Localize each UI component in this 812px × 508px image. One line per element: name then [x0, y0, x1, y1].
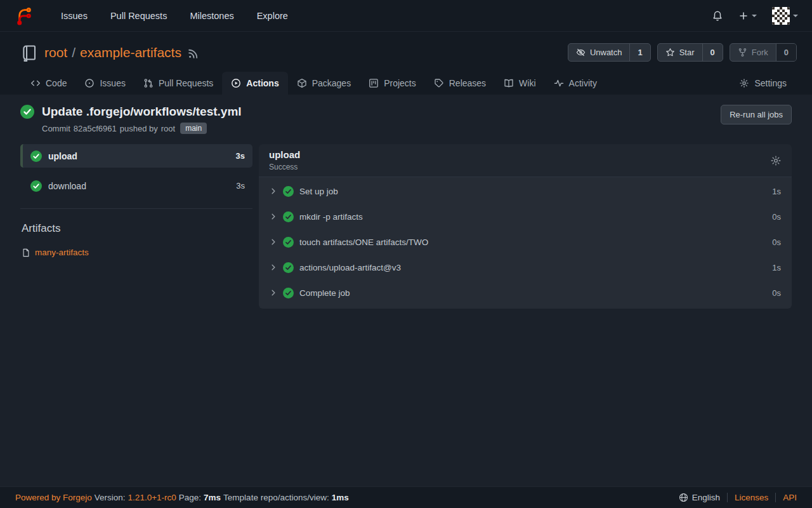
fork-label: Fork	[752, 48, 768, 57]
tab-packages-label: Packages	[312, 78, 351, 88]
stars-count[interactable]: 0	[702, 44, 723, 61]
rerun-all-jobs-button[interactable]: Re-run all jobs	[721, 105, 792, 124]
step-row-mkdir[interactable]: mkdir -p artifacts 0s	[259, 204, 792, 229]
watch-button-group: Unwatch 1	[568, 43, 651, 62]
book-icon	[504, 78, 514, 88]
tab-pull-requests[interactable]: Pull Requests	[134, 72, 222, 95]
star-button[interactable]: Star	[658, 44, 702, 61]
artifact-link-many-artifacts[interactable]: many-artifacts	[22, 248, 252, 257]
commit-prefix: Commit	[42, 124, 70, 133]
commit-sha-link[interactable]: 82a5cf6961	[74, 124, 117, 133]
step-duration: 0s	[772, 237, 781, 247]
step-duration: 1s	[772, 263, 781, 272]
gear-icon	[770, 155, 782, 166]
step-label: actions/upload-artifact@v3	[299, 263, 401, 272]
tab-wiki[interactable]: Wiki	[495, 72, 544, 95]
step-label: mkdir -p artifacts	[299, 212, 363, 222]
rss-feed-button[interactable]	[188, 48, 199, 59]
tab-issues[interactable]: Issues	[75, 72, 134, 95]
identicon	[772, 7, 790, 25]
repo-title-row: root / example-artifacts Unwatch	[20, 43, 797, 62]
run-commit-line: Commit 82a5cf6961 pushed by root main	[42, 123, 242, 134]
star-button-group: Star 0	[657, 43, 723, 62]
forgejo-logo[interactable]	[14, 6, 33, 25]
footer-right: English Licenses API	[679, 493, 797, 502]
check-circle-icon	[283, 262, 294, 273]
fork-button[interactable]: Fork	[730, 44, 776, 61]
version-link[interactable]: 1.21.0+1-rc0	[128, 493, 176, 502]
tab-pull-requests-label: Pull Requests	[159, 78, 213, 88]
tab-actions[interactable]: Actions	[222, 72, 287, 95]
step-row-upload-artifact[interactable]: actions/upload-artifact@v3 1s	[259, 255, 792, 280]
chevron-down-icon	[793, 15, 798, 20]
check-circle-icon	[283, 211, 294, 222]
job-detail-name: upload	[269, 149, 300, 160]
plus-icon	[738, 11, 749, 21]
job-row-upload[interactable]: upload 3s	[20, 144, 252, 168]
step-duration: 1s	[772, 187, 781, 196]
footer-divider	[727, 493, 728, 502]
user-menu-button[interactable]	[772, 7, 798, 25]
settings-icon	[739, 78, 749, 88]
language-selector[interactable]: English	[679, 493, 720, 502]
artifacts-heading: Artifacts	[22, 222, 252, 235]
tag-icon	[434, 78, 444, 88]
chevron-right-icon	[270, 213, 277, 220]
job-duration: 3s	[236, 181, 245, 190]
step-row-complete[interactable]: Complete job 0s	[259, 280, 792, 305]
run-title-block: Update .forgejo/workflows/test.yml Commi…	[20, 105, 242, 134]
tab-packages[interactable]: Packages	[288, 72, 360, 95]
job-options-button[interactable]	[770, 155, 782, 166]
nav-link-issues[interactable]: Issues	[61, 11, 88, 21]
step-row-touch[interactable]: touch artifacts/ONE artifacts/TWO 0s	[259, 229, 792, 255]
run-header: Update .forgejo/workflows/test.yml Commi…	[20, 105, 792, 134]
nav-link-explore[interactable]: Explore	[257, 11, 288, 21]
chevron-right-icon	[270, 238, 277, 246]
eye-off-icon	[576, 48, 586, 57]
nav-link-pull-requests[interactable]: Pull Requests	[110, 11, 167, 21]
tab-activity-label: Activity	[569, 78, 597, 88]
package-icon	[297, 78, 307, 88]
artifact-name: many-artifacts	[35, 248, 89, 257]
step-row-setup[interactable]: Set up job 1s	[259, 178, 792, 204]
run-status-success-icon	[20, 105, 34, 119]
tab-releases[interactable]: Releases	[425, 72, 495, 95]
bell-icon	[712, 10, 723, 22]
job-name: upload	[48, 151, 77, 161]
tab-settings[interactable]: Settings	[730, 72, 796, 95]
repo-name-link[interactable]: example-artifacts	[80, 45, 181, 60]
rss-icon	[188, 48, 199, 59]
branch-badge[interactable]: main	[180, 123, 207, 134]
forks-count[interactable]: 0	[776, 44, 796, 61]
create-new-button[interactable]	[738, 11, 757, 21]
tab-projects-label: Projects	[384, 78, 416, 88]
watchers-count[interactable]: 1	[629, 44, 650, 61]
tab-code[interactable]: Code	[22, 72, 75, 95]
tab-projects[interactable]: Projects	[360, 72, 425, 95]
pusher-link[interactable]: root	[161, 124, 175, 133]
check-circle-icon	[30, 150, 42, 162]
check-circle-icon	[283, 288, 294, 298]
powered-by-link[interactable]: Powered by Forgejo	[15, 493, 92, 502]
job-detail-titles: upload Success	[269, 149, 300, 171]
notifications-button[interactable]	[712, 10, 723, 22]
repo-owner-link[interactable]: root	[44, 45, 67, 60]
template-time-label: Template repo/actions/view:	[223, 493, 329, 502]
step-label: Set up job	[299, 187, 338, 196]
unwatch-button[interactable]: Unwatch	[568, 44, 630, 61]
job-detail-status: Success	[269, 163, 300, 171]
nav-link-milestones[interactable]: Milestones	[190, 11, 233, 21]
user-avatar	[772, 7, 790, 25]
api-link[interactable]: API	[783, 493, 797, 502]
job-row-download[interactable]: download 3s	[20, 174, 252, 197]
tab-issues-label: Issues	[100, 78, 125, 88]
licenses-link[interactable]: Licenses	[735, 493, 768, 502]
repo-icon	[20, 44, 38, 62]
tab-settings-label: Settings	[754, 78, 787, 88]
globe-icon	[679, 493, 688, 502]
tab-activity[interactable]: Activity	[545, 72, 606, 95]
navbar-right	[712, 7, 798, 25]
star-icon	[665, 48, 675, 57]
actions-icon	[231, 78, 241, 88]
code-icon	[30, 78, 41, 88]
